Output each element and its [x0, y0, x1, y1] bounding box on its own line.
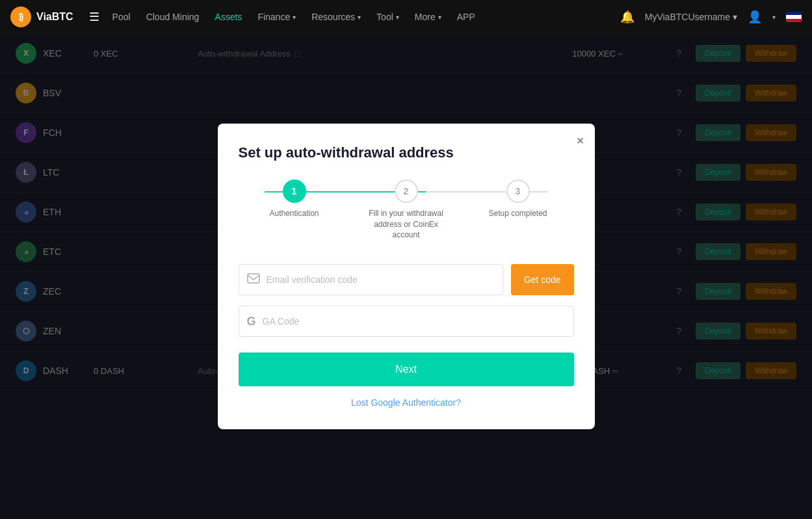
step-circle-1: 1: [283, 180, 306, 203]
step-circle-2: 2: [395, 180, 418, 203]
logo-text: ViaBTC: [36, 11, 73, 23]
navbar: ₿ ViaBTC ☰ Pool Cloud Mining Assets Fina…: [0, 0, 812, 34]
nav-resources[interactable]: Resources ▾: [311, 12, 361, 22]
logo-icon: ₿: [10, 7, 31, 27]
chevron-down-icon: ▾: [733, 12, 737, 22]
step-3: 3 Setup completed: [462, 180, 574, 219]
svg-rect-0: [248, 274, 259, 283]
modal-close-button[interactable]: ×: [577, 134, 584, 147]
email-input-wrapper: [239, 264, 503, 295]
nav-cloud-mining[interactable]: Cloud Mining: [146, 12, 200, 22]
modal-overlay: × Set up auto-withdrawal address 1 Authe…: [0, 34, 812, 519]
nav-app[interactable]: APP: [457, 12, 475, 22]
username-display[interactable]: MyViaBTCUsername ▾: [645, 12, 737, 22]
step-label-3: Setup completed: [488, 208, 547, 219]
logo: ₿ ViaBTC: [10, 7, 73, 27]
email-row: Get code: [239, 264, 574, 295]
user-icon[interactable]: 👤: [748, 10, 762, 24]
google-icon: G: [247, 315, 256, 328]
hamburger-icon[interactable]: ☰: [89, 10, 99, 24]
lost-ga-link[interactable]: Lost Google Authenticator?: [351, 397, 461, 408]
nav-assets[interactable]: Assets: [215, 12, 242, 22]
ga-input-wrapper: G: [239, 306, 574, 337]
modal-title: Set up auto-withdrawal address: [239, 144, 574, 161]
nav-more[interactable]: More ▾: [415, 12, 441, 22]
nav-pool[interactable]: Pool: [112, 12, 131, 22]
chevron-down-icon: ▾: [358, 14, 361, 21]
step-label-2: Fill in your withdrawal address or CoinE…: [367, 208, 445, 241]
step-label-1: Authentication: [269, 208, 319, 219]
chevron-down-icon: ▾: [293, 14, 296, 21]
step-circle-3: 3: [506, 180, 530, 203]
chevron-down-icon: ▾: [438, 14, 441, 21]
get-code-button[interactable]: Get code: [511, 264, 574, 295]
language-flag[interactable]: [786, 12, 802, 22]
step-2: 2 Fill in your withdrawal address or Coi…: [350, 180, 462, 241]
stepper: 1 Authentication 2 Fill in your withdraw…: [239, 180, 574, 241]
email-verification-input[interactable]: [267, 274, 495, 285]
ga-code-input[interactable]: [263, 316, 566, 326]
next-button[interactable]: Next: [239, 353, 574, 386]
ga-form-group: G: [239, 306, 574, 337]
chevron-down-icon: ▾: [396, 14, 399, 21]
nav-finance[interactable]: Finance ▾: [257, 12, 296, 22]
chevron-down-icon: ▾: [772, 14, 776, 21]
modal-footer: Lost Google Authenticator?: [239, 397, 574, 408]
navbar-right: 🔔 MyViaBTCUsername ▾ 👤 ▾: [620, 10, 802, 24]
nav-links: Pool Cloud Mining Assets Finance ▾ Resou…: [112, 12, 607, 22]
envelope-icon: [247, 273, 260, 287]
email-form-group: Get code: [239, 264, 574, 295]
bell-icon[interactable]: 🔔: [620, 10, 635, 24]
step-1: 1 Authentication: [239, 180, 350, 219]
auto-withdrawal-modal: × Set up auto-withdrawal address 1 Authe…: [218, 124, 595, 429]
nav-tool[interactable]: Tool ▾: [376, 12, 399, 22]
